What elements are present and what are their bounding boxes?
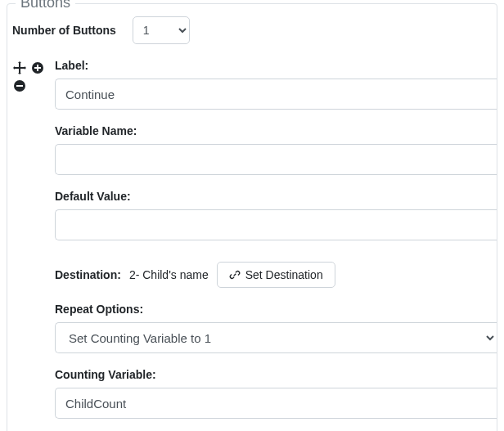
panel-title: Buttons [16,0,75,11]
row-controls [12,59,48,93]
svg-rect-2 [34,67,41,69]
default-value-block: Default Value: [55,190,497,240]
counting-variable-block: Counting Variable: [55,368,497,419]
button-fields: Label: Variable Name: Default Value: Des… [48,59,497,419]
remove-icon[interactable] [12,79,27,93]
repeat-options-label: Repeat Options: [55,303,497,316]
buttons-panel: Buttons Number of Buttons 1 Label: V [7,3,497,431]
counting-variable-label: Counting Variable: [55,368,497,381]
default-value-input[interactable] [55,209,497,240]
label-input[interactable] [55,79,497,110]
variable-name-input[interactable] [55,144,497,175]
move-icon[interactable] [12,61,27,75]
counting-variable-input[interactable] [55,388,497,419]
destination-row: Destination: 2- Child's name Set Destina… [55,262,497,288]
repeat-options-block: Repeat Options: Set Counting Variable to… [55,303,497,353]
default-value-label: Default Value: [55,190,497,203]
button-config-row: Label: Variable Name: Default Value: Des… [7,59,497,419]
link-icon [229,269,241,281]
number-of-buttons-row: Number of Buttons 1 [7,16,497,59]
label-field-block: Label: [55,59,497,110]
variable-name-label: Variable Name: [55,124,497,137]
set-destination-button[interactable]: Set Destination [217,262,335,288]
set-destination-label: Set Destination [245,268,323,281]
number-of-buttons-label: Number of Buttons [12,24,116,37]
label-label: Label: [55,59,497,72]
destination-label: Destination: [55,268,121,281]
variable-name-block: Variable Name: [55,124,497,175]
number-of-buttons-select[interactable]: 1 [133,16,190,44]
svg-rect-4 [16,85,23,87]
repeat-options-select[interactable]: Set Counting Variable to 1 [55,322,497,353]
destination-value: 2- Child's name [129,268,209,281]
add-icon[interactable] [30,61,45,75]
